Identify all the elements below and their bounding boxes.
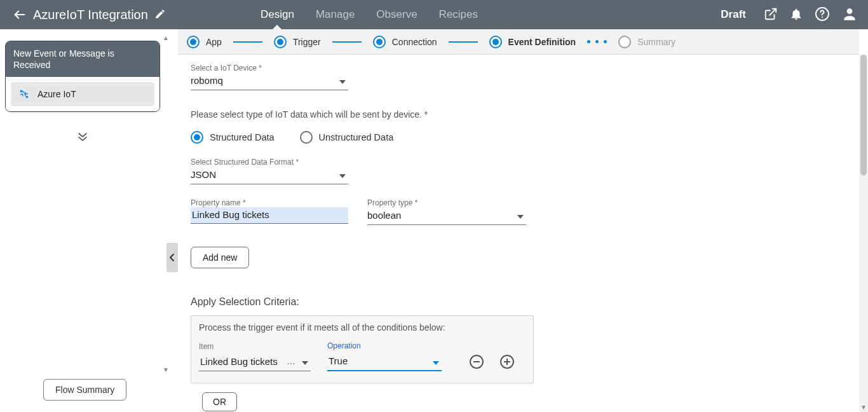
radio-unstructured[interactable]: Unstructured Data	[300, 131, 394, 144]
step-summary[interactable]: Summary	[618, 36, 675, 48]
collapse-sidebar-button[interactable]	[166, 243, 178, 272]
step-trigger-indicator-icon	[274, 36, 287, 48]
step-connection-indicator-icon	[373, 36, 386, 48]
step-event-definition[interactable]: Event Definition	[489, 36, 576, 48]
chevron-down-icon	[339, 174, 346, 178]
sidebar: New Event or Message is Received Azure I…	[0, 34, 165, 412]
scroll-down-icon[interactable]: ▼	[162, 366, 170, 374]
bell-icon[interactable]	[789, 7, 803, 23]
or-button[interactable]: OR	[202, 392, 237, 411]
top-bar: AzureIoT Integration Design Manage Obser…	[0, 0, 868, 29]
radio-unstructured-label: Unstructured Data	[319, 132, 394, 142]
criteria-hint: Process the trigger event if it meets al…	[199, 322, 526, 333]
sidebar-card: New Event or Message is Received Azure I…	[5, 41, 160, 112]
criteria-title: Apply Selection Criteria:	[191, 296, 849, 308]
step-app-label: App	[206, 37, 222, 47]
criteria-operation-value: True	[327, 354, 442, 370]
step-app-indicator-icon	[187, 36, 200, 48]
page-title: AzureIoT Integration	[33, 8, 148, 22]
sidebar-item-azure-iot[interactable]: Azure IoT	[11, 82, 154, 106]
ellipsis-icon: …	[287, 356, 295, 366]
flow-summary-button[interactable]: Flow Summary	[43, 379, 126, 401]
help-icon[interactable]	[815, 6, 830, 24]
sidebar-scroll[interactable]: ▲ ▼	[164, 34, 168, 374]
format-select-label: Select Structured Data Format *	[191, 158, 849, 167]
wizard-steps: App Trigger Connection Event Definition …	[178, 29, 859, 55]
step-connection[interactable]: Connection	[373, 36, 437, 48]
format-select[interactable]: JSON	[191, 167, 348, 184]
radio-structured[interactable]: Structured Data	[191, 131, 275, 144]
step-summary-label: Summary	[637, 37, 675, 47]
chevron-down-icon	[433, 361, 439, 365]
open-external-icon[interactable]	[764, 7, 778, 23]
criteria-operation-label: Operation	[327, 341, 442, 350]
format-select-value: JSON	[191, 167, 348, 184]
edit-icon[interactable]	[154, 8, 166, 22]
sidebar-card-title: New Event or Message is Received	[6, 41, 159, 77]
property-name-input[interactable]: Linked Bug tickets	[191, 207, 348, 224]
criteria-operation-select[interactable]: True	[327, 354, 442, 371]
radio-structured-label: Structured Data	[210, 132, 275, 142]
sidebar-item-label: Azure IoT	[37, 89, 76, 99]
property-name-label: Property name *	[191, 198, 348, 207]
step-connector	[233, 41, 262, 43]
chevron-down-icon	[339, 80, 346, 84]
expand-chevron-icon[interactable]	[5, 131, 160, 144]
step-trigger-label: Trigger	[293, 37, 321, 47]
device-select[interactable]: robomq	[191, 72, 348, 90]
property-type-value: boolean	[367, 207, 526, 224]
nav-recipes[interactable]: Recipes	[439, 0, 478, 29]
device-select-value: robomq	[191, 72, 348, 90]
scroll-down-icon[interactable]: ▼	[859, 403, 868, 412]
device-select-label: Select a IoT Device *	[191, 64, 849, 72]
criteria-item-label: Item	[199, 342, 311, 351]
nav-manage[interactable]: Manage	[316, 0, 355, 29]
main-scrollbar[interactable]: ▼	[859, 55, 868, 412]
scroll-up-icon[interactable]: ▲	[162, 34, 170, 42]
remove-condition-button[interactable]	[470, 355, 484, 369]
scroll-thumb[interactable]	[860, 55, 867, 175]
add-condition-button[interactable]	[500, 355, 514, 369]
data-type-radio-group: Structured Data Unstructured Data	[191, 131, 849, 144]
step-connection-label: Connection	[392, 37, 437, 47]
step-connector	[449, 41, 478, 43]
nav-design[interactable]: Design	[261, 0, 294, 29]
step-app[interactable]: App	[187, 36, 222, 48]
step-dots-icon	[587, 40, 607, 43]
property-name-value: Linked Bug tickets	[191, 207, 348, 223]
sidebar-card-body: Azure IoT	[6, 77, 159, 111]
main-form: Select a IoT Device * robomq Please sele…	[191, 64, 849, 412]
radio-unchecked-icon	[300, 131, 313, 144]
property-type-select[interactable]: boolean	[367, 207, 526, 225]
back-arrow-icon[interactable]	[13, 8, 27, 22]
top-nav: Design Manage Observe Recipes	[261, 0, 478, 29]
add-new-button[interactable]: Add new	[191, 247, 249, 268]
criteria-row: Item Linked Bug tickets … Operation True	[199, 341, 526, 371]
chevron-down-icon	[517, 215, 524, 219]
criteria-box: Process the trigger event if it meets al…	[191, 315, 534, 383]
step-eventdef-label: Event Definition	[508, 37, 576, 47]
svg-line-1	[770, 8, 776, 15]
criteria-item-select[interactable]: Linked Bug tickets …	[199, 355, 311, 371]
step-eventdef-indicator-icon	[489, 36, 502, 48]
svg-point-3	[822, 17, 823, 18]
step-connector	[332, 41, 362, 43]
radio-checked-icon	[191, 131, 203, 144]
svg-point-4	[847, 8, 853, 14]
nav-observe[interactable]: Observe	[376, 0, 417, 29]
property-type-label: Property type *	[367, 198, 526, 207]
step-summary-indicator-icon	[618, 36, 631, 48]
step-trigger[interactable]: Trigger	[274, 36, 321, 48]
profile-icon[interactable]	[841, 6, 858, 24]
status-label: Draft	[721, 8, 746, 21]
chevron-down-icon	[302, 361, 308, 365]
top-right-actions: Draft	[721, 0, 858, 29]
data-type-hint: Please select type of IoT data which wil…	[191, 109, 849, 120]
azure-iot-icon	[17, 87, 31, 101]
